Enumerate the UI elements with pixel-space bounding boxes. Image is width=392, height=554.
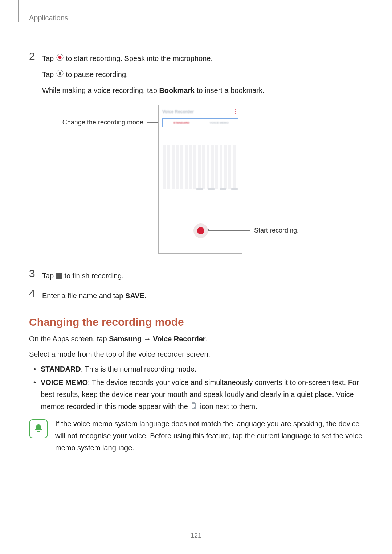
page-number: 121	[0, 532, 392, 539]
waveform-area	[163, 145, 238, 189]
step-4: 4 Enter a file name and tap SAVE.	[29, 288, 363, 305]
tab-standard[interactable]: STANDARD	[163, 119, 200, 127]
arrow: →	[142, 335, 153, 343]
voice-recorder-figure: Change the recording mode. Voice Recorde…	[29, 105, 363, 257]
note-text: If the voice memo system language does n…	[55, 418, 363, 454]
step-body: Tap to start recording. Speak into the m…	[42, 51, 363, 100]
save-bold: SAVE	[125, 292, 144, 300]
phone-title: Voice Recorder	[162, 109, 194, 114]
svg-rect-7	[192, 405, 195, 406]
voice-recorder-bold: Voice Recorder	[153, 335, 205, 343]
heading-changing-mode: Changing the recording mode	[29, 316, 363, 328]
callout-start-recording: Start recording.	[254, 227, 299, 234]
step-number: 4	[29, 288, 42, 299]
note: If the voice memo system language does n…	[29, 418, 363, 454]
step-2: 2 Tap to start recording. Speak into the…	[29, 51, 363, 100]
mode-tabs[interactable]: STANDARD VOICE MEMO	[162, 118, 238, 127]
svg-rect-5	[56, 273, 62, 279]
timestamps	[159, 188, 242, 190]
text: Tap	[42, 272, 56, 280]
tab-voice-memo[interactable]: VOICE MEMO	[200, 119, 238, 127]
text: Enter a file name and tap	[42, 292, 125, 300]
svg-rect-3	[59, 72, 60, 75]
step-number: 2	[29, 51, 42, 62]
callout-line-right	[208, 230, 250, 231]
voice-memo-label: VOICE MEMO	[41, 378, 88, 386]
svg-point-2	[57, 70, 63, 77]
text: icon next to them.	[200, 402, 257, 410]
record-icon	[56, 53, 64, 65]
text: On the Apps screen, tap	[29, 335, 109, 343]
text: .	[144, 292, 147, 300]
text: While making a voice recording, tap	[42, 86, 159, 94]
bookmark-bold: Bookmark	[159, 86, 195, 94]
svg-rect-4	[60, 72, 61, 75]
text: to start recording. Speak into the micro…	[66, 54, 213, 62]
memo-file-icon	[191, 401, 197, 413]
standard-label: STANDARD	[41, 365, 81, 373]
section-header: Applications	[29, 14, 68, 22]
svg-point-1	[58, 56, 61, 59]
text: to finish recording.	[64, 272, 123, 280]
text: : This is the normal recording mode.	[81, 365, 197, 373]
list-item: VOICE MEMO: The device records your voic…	[38, 377, 363, 413]
text: Tap	[42, 54, 56, 62]
step-body: Tap to finish recording.	[42, 268, 363, 286]
tab-indicator	[163, 127, 200, 127]
svg-rect-8	[192, 406, 195, 407]
mode-list: STANDARD: This is the normal recording m…	[29, 363, 363, 413]
svg-rect-6	[192, 404, 195, 405]
paragraph: On the Apps screen, tap Samsung → Voice …	[29, 333, 363, 345]
samsung-bold: Samsung	[109, 335, 142, 343]
paragraph: Select a mode from the top of the voice …	[29, 348, 363, 360]
stop-icon	[56, 270, 62, 283]
page: 2 Tap to start recording. Speak into the…	[0, 0, 392, 468]
phone-screen: Voice Recorder ⋮ STANDARD VOICE MEMO	[158, 105, 242, 254]
text: to insert a bookmark.	[197, 86, 265, 94]
text: to pause recording.	[66, 70, 128, 78]
text: .	[206, 335, 208, 343]
more-icon[interactable]: ⋮	[233, 110, 238, 113]
record-dot-icon	[197, 227, 204, 234]
step-number: 3	[29, 268, 42, 279]
svg-rect-9	[192, 407, 194, 408]
note-bell-icon	[29, 419, 48, 438]
record-button[interactable]	[193, 223, 208, 238]
header-rule	[18, 0, 19, 22]
step-body: Enter a file name and tap SAVE.	[42, 288, 363, 305]
pause-icon	[56, 69, 64, 81]
list-item: STANDARD: This is the normal recording m…	[38, 363, 363, 375]
phone-header: Voice Recorder ⋮	[159, 105, 242, 118]
step-3: 3 Tap to finish recording.	[29, 268, 363, 286]
callout-change-mode: Change the recording mode.	[44, 119, 145, 126]
text: Tap	[42, 70, 56, 78]
